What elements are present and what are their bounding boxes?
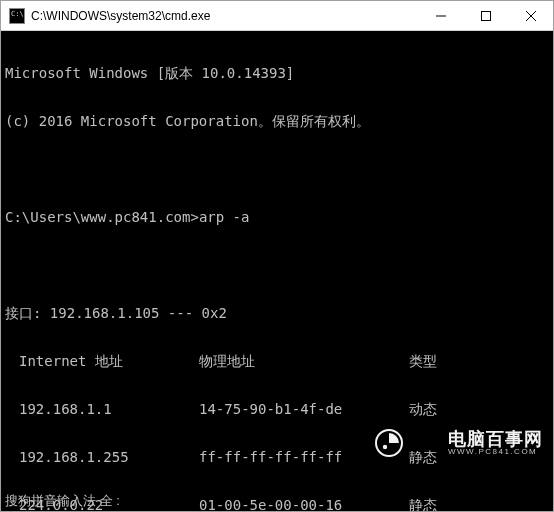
terminal-area[interactable]: Microsoft Windows [版本 10.0.14393] (c) 20…: [1, 31, 553, 511]
watermark-en: WWW.PC841.COM: [448, 448, 543, 456]
minimize-button[interactable]: [418, 1, 463, 30]
prompt-path: C:\Users\www.pc841.com>: [5, 209, 199, 225]
interface-line: 接口: 192.168.1.105 --- 0x2: [5, 305, 549, 321]
maximize-button[interactable]: [463, 1, 508, 30]
header-mac: 物理地址: [199, 353, 409, 369]
header-type: 类型: [409, 353, 437, 369]
svg-rect-4: [481, 11, 490, 20]
titlebar[interactable]: C:\ C:\WINDOWS\system32\cmd.exe: [1, 1, 553, 31]
header-ip: Internet 地址: [19, 353, 199, 369]
ime-status: 搜狗拼音输入法 全 :: [5, 493, 120, 509]
watermark: 电脑百事网 WWW.PC841.COM: [375, 397, 543, 489]
watermark-text: 电脑百事网 WWW.PC841.COM: [448, 430, 543, 456]
cmd-window: C:\ C:\WINDOWS\system32\cmd.exe Microsof…: [0, 0, 554, 512]
banner-line1: Microsoft Windows [版本 10.0.14393]: [5, 65, 549, 81]
command-text: arp -a: [199, 209, 250, 225]
window-buttons: [418, 1, 553, 30]
arp-header-row: Internet 地址 物理地址 类型: [5, 353, 549, 369]
svg-point-8: [382, 445, 386, 449]
cmd-icon: C:\: [9, 8, 25, 24]
banner-line2: (c) 2016 Microsoft Corporation。保留所有权利。: [5, 113, 549, 129]
prompt-line-1: C:\Users\www.pc841.com>arp -a: [5, 209, 549, 225]
window-title: C:\WINDOWS\system32\cmd.exe: [31, 9, 418, 23]
watermark-icon: [375, 397, 442, 489]
blank-line: [5, 257, 549, 273]
watermark-cn: 电脑百事网: [448, 430, 543, 448]
blank-line: [5, 161, 549, 177]
close-button[interactable]: [508, 1, 553, 30]
svg-text:C:\: C:\: [11, 10, 24, 18]
